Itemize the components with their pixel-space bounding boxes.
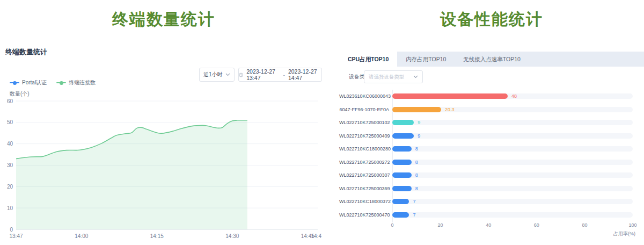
bar-value-label: 8	[415, 142, 418, 156]
bar	[392, 160, 412, 165]
terminal-panel-title: 终端数量统计	[5, 47, 47, 57]
bar-track	[392, 146, 633, 152]
chart-legend: Portal认证终端连接数	[10, 79, 96, 87]
bar-value-label: 48	[511, 90, 517, 103]
right-section-heading: 设备性能统计	[339, 9, 644, 31]
legend-item-portal[interactable]: Portal认证	[10, 79, 47, 87]
bar-track	[392, 133, 633, 139]
bar-value-label: 9	[418, 129, 420, 143]
bar-row: WL022710K7250003078	[339, 169, 644, 182]
tab-bar: CPU占用TOP10内存占用TOP10无线接入点速率TOP10	[339, 52, 644, 67]
bar-value-label: 8	[415, 169, 418, 182]
x-tick-label: 14:15	[150, 233, 164, 239]
legend-label: Portal认证	[22, 79, 47, 87]
bar	[392, 93, 508, 99]
bar-category-label: WL022710K725000369	[339, 182, 389, 196]
bar-category-label: WL022710K725000470	[339, 208, 389, 222]
bar-category-label: WL022710K725000102	[339, 116, 389, 129]
bar	[392, 212, 409, 218]
bar-value-label: 7	[413, 195, 415, 208]
bar-category-label: 6047-FF96-1070-EF0A	[339, 103, 389, 117]
bar-track	[392, 172, 633, 178]
legend-marker-icon	[56, 82, 66, 83]
bar-track	[392, 160, 633, 165]
date-range-picker[interactable]: 2023-12-27 13:47 - 2023-12-27 14:47	[238, 68, 322, 82]
bar-category-label: WL022710KC18000372	[339, 195, 389, 208]
legend-item-terminal[interactable]: 终端连接数	[56, 79, 96, 87]
legend-label: 终端连接数	[69, 79, 96, 87]
y-tick-label: 10	[7, 205, 13, 211]
bar-value-label: 7	[413, 208, 415, 222]
bar-track	[392, 120, 633, 125]
tab-2[interactable]: 无线接入点速率TOP10	[455, 52, 529, 67]
bar-row: WL022710KC180002808	[339, 142, 644, 156]
bar-row: WL022710K7250002728	[339, 156, 644, 169]
bar	[392, 199, 409, 204]
filter-row: 设备类型 请选择设备类型	[339, 70, 644, 84]
bar-track	[392, 199, 633, 204]
terminal-area-fill	[16, 120, 247, 229]
bar	[392, 146, 412, 152]
bar-category-label: WL023610KC06000043	[339, 90, 389, 103]
bar-category-label: WL022710K725000307	[339, 169, 389, 182]
legend-marker-icon	[10, 82, 19, 83]
bar-category-label: WL022710K725000409	[339, 129, 389, 143]
dashboard: 终端数量统计 终端数量统计 近1小时 2023-12-27 13:47 - 20…	[0, 0, 644, 245]
bar	[392, 120, 414, 125]
cpu-top10-bar-chart: WL023610KC06000043486047-FF96-1070-EF0A2…	[339, 90, 644, 222]
bar-x-tick-label: 20	[438, 222, 443, 228]
x-tick-label: 14:47	[311, 233, 322, 239]
chart-controls: 近1小时 2023-12-27 13:47 - 2023-12-27 14:47	[199, 68, 322, 82]
y-tick-label: 30	[7, 162, 13, 168]
x-tick-label: 14:00	[75, 233, 88, 239]
y-tick-label: 20	[7, 184, 13, 190]
y-tick-label: 60	[7, 98, 13, 104]
date-separator: -	[283, 71, 285, 78]
bar	[392, 186, 412, 191]
left-section-heading: 终端数量统计	[0, 9, 327, 31]
bar-row: WL023610KC0600004348	[339, 90, 644, 103]
bar-value-label: 9	[418, 116, 420, 129]
time-range-value: 近1小时	[203, 71, 223, 78]
bar-row: WL022710K7250004707	[339, 208, 644, 222]
bar-category-label: WL022710K725000272	[339, 156, 389, 169]
y-tick-label: 50	[7, 119, 13, 125]
bar-track	[392, 186, 633, 191]
y-tick-label: 40	[7, 141, 13, 147]
bar-row: WL022710K7250001029	[339, 116, 644, 129]
x-tick-label: 13:47	[9, 233, 23, 239]
device-type-placeholder: 请选择设备类型	[369, 74, 405, 81]
x-tick-label: 14:30	[225, 233, 239, 239]
bar-row: 6047-FF96-1070-EF0A20.3	[339, 103, 644, 117]
bar	[392, 107, 441, 112]
bar-value-label: 8	[415, 156, 418, 169]
clock-icon	[239, 72, 243, 78]
date-start: 2023-12-27 13:47	[246, 68, 280, 81]
bar-row: WL022710K7250004099	[339, 129, 644, 143]
bar-track	[392, 212, 633, 218]
bar-row: WL022710K7250003698	[339, 182, 644, 196]
device-perf-section: 设备性能统计 CPU占用TOP10内存占用TOP10无线接入点速率TOP10 设…	[339, 0, 644, 245]
tab-1[interactable]: 内存占用TOP10	[397, 52, 455, 67]
terminal-stats-section: 终端数量统计 终端数量统计 近1小时 2023-12-27 13:47 - 20…	[0, 0, 327, 245]
date-end: 2023-12-27 14:47	[288, 68, 321, 81]
y-tick-label: 0	[10, 227, 13, 233]
bar-x-tick-label: 40	[486, 222, 491, 228]
bar-value-label: 8	[415, 182, 418, 196]
bar-category-label: WL022710KC18000280	[339, 142, 389, 156]
terminal-line-chart: 010203040506013:4714:0014:1514:3014:4514…	[0, 86, 322, 245]
tab-0[interactable]: CPU占用TOP10	[339, 52, 397, 67]
bar	[392, 133, 414, 139]
time-range-select[interactable]: 近1小时	[199, 68, 235, 82]
bar-value-label: 20.3	[445, 103, 455, 117]
bar-x-tick-label: 60	[534, 222, 539, 228]
chevron-down-icon	[413, 75, 418, 78]
bar-x-tick-label: 0	[391, 222, 393, 228]
bar	[392, 172, 412, 178]
device-type-select[interactable]: 请选择设备类型	[364, 70, 423, 83]
bar-chart-x-ticks: 020406080100	[392, 222, 633, 229]
bar-x-tick-label: 100	[628, 222, 636, 228]
x-axis-label: 占用率(%)	[613, 230, 635, 237]
bar-x-tick-label: 80	[582, 222, 587, 228]
bar-row: WL022710KC180003727	[339, 195, 644, 208]
